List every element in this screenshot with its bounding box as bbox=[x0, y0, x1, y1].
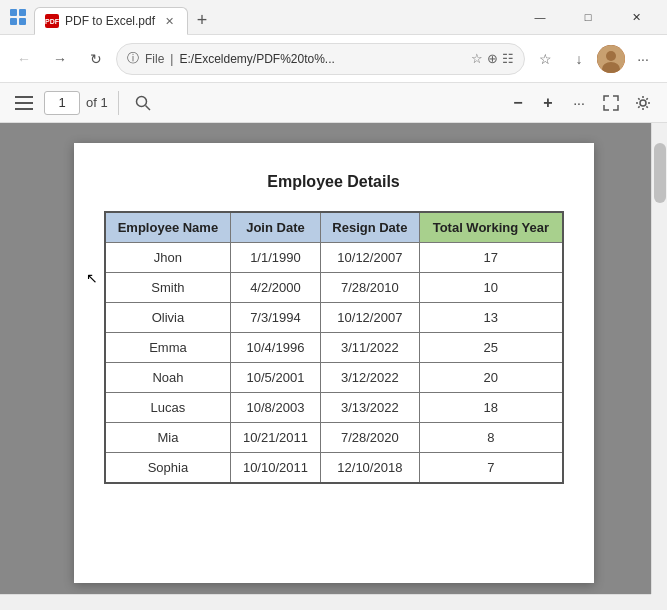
table-cell: 1/1/1990 bbox=[231, 243, 320, 273]
zoom-out-button[interactable]: − bbox=[505, 90, 531, 116]
active-tab[interactable]: PDF PDF to Excel.pdf ✕ bbox=[34, 7, 188, 35]
table-row: Lucas10/8/20033/13/202218 bbox=[105, 393, 563, 423]
more-options-button[interactable]: ··· bbox=[627, 43, 659, 75]
table-cell: 17 bbox=[420, 243, 563, 273]
table-cell: 18 bbox=[420, 393, 563, 423]
close-button[interactable]: ✕ bbox=[613, 0, 659, 35]
search-button[interactable] bbox=[129, 89, 157, 117]
zoom-in-button[interactable]: + bbox=[535, 90, 561, 116]
table-row: Noah10/5/20013/12/202220 bbox=[105, 363, 563, 393]
table-cell: 12/10/2018 bbox=[320, 453, 420, 484]
table-cell: Smith bbox=[105, 273, 231, 303]
toolbar-separator bbox=[118, 91, 119, 115]
horizontal-scrollbar[interactable] bbox=[0, 594, 651, 610]
table-cell: 10/8/2003 bbox=[231, 393, 320, 423]
collection-icon[interactable]: ☷ bbox=[502, 51, 514, 66]
bookmark-icon[interactable]: ⊕ bbox=[487, 51, 498, 66]
tab-label: PDF to Excel.pdf bbox=[65, 14, 155, 28]
table-cell: 3/11/2022 bbox=[320, 333, 420, 363]
table-cell: 3/12/2022 bbox=[320, 363, 420, 393]
table-header-row: Employee Name Join Date Resign Date Tota… bbox=[105, 212, 563, 243]
expand-button[interactable] bbox=[597, 89, 625, 117]
table-row: Jhon1/1/199010/12/200717 bbox=[105, 243, 563, 273]
table-cell: Noah bbox=[105, 363, 231, 393]
star-icon[interactable]: ☆ bbox=[471, 51, 483, 66]
pdf-content-area: Employee Details Employee Name Join Date… bbox=[0, 123, 667, 594]
more-button[interactable]: ··· bbox=[565, 89, 593, 117]
scroll-corner bbox=[651, 594, 667, 610]
table-cell: 10/12/2007 bbox=[320, 303, 420, 333]
table-cell: 13 bbox=[420, 303, 563, 333]
tab-close-button[interactable]: ✕ bbox=[161, 13, 177, 29]
sidebar-toggle-button[interactable] bbox=[10, 89, 38, 117]
svg-rect-2 bbox=[10, 18, 17, 25]
profile-button[interactable] bbox=[597, 45, 625, 73]
table-cell: 20 bbox=[420, 363, 563, 393]
svg-rect-0 bbox=[10, 9, 17, 16]
svg-rect-3 bbox=[19, 18, 26, 25]
table-row: Sophia10/10/201112/10/20187 bbox=[105, 453, 563, 484]
table-cell: Olivia bbox=[105, 303, 231, 333]
back-button[interactable]: ← bbox=[8, 43, 40, 75]
table-cell: 7 bbox=[420, 453, 563, 484]
svg-rect-1 bbox=[19, 9, 26, 16]
table-row: Olivia7/3/199410/12/200713 bbox=[105, 303, 563, 333]
table-cell: 10/5/2001 bbox=[231, 363, 320, 393]
settings-button[interactable] bbox=[629, 89, 657, 117]
address-bar[interactable]: ⓘ File | E:/Exceldemy/PDF%20to%... ☆ ⊕ ☷ bbox=[116, 43, 525, 75]
table-cell: 8 bbox=[420, 423, 563, 453]
svg-rect-9 bbox=[15, 108, 33, 110]
pdf-toolbar: of 1 − + ··· bbox=[0, 83, 667, 123]
browser-icon bbox=[8, 7, 28, 27]
table-cell: 7/28/2010 bbox=[320, 273, 420, 303]
lock-icon: ⓘ bbox=[127, 50, 139, 67]
table-row: Mia10/21/20117/28/20208 bbox=[105, 423, 563, 453]
maximize-button[interactable]: □ bbox=[565, 0, 611, 35]
table-cell: 10/12/2007 bbox=[320, 243, 420, 273]
table-cell: Lucas bbox=[105, 393, 231, 423]
header-join-date: Join Date bbox=[231, 212, 320, 243]
address-text: E:/Exceldemy/PDF%20to%... bbox=[179, 52, 465, 66]
page-total-label: of 1 bbox=[86, 95, 108, 110]
address-separator: | bbox=[170, 52, 173, 66]
svg-point-5 bbox=[606, 51, 616, 61]
title-bar: PDF PDF to Excel.pdf ✕ + — □ ✕ bbox=[0, 0, 667, 35]
employee-table: Employee Name Join Date Resign Date Tota… bbox=[104, 211, 564, 484]
page-number-input[interactable] bbox=[44, 91, 80, 115]
navigation-bar: ← → ↻ ⓘ File | E:/Exceldemy/PDF%20to%...… bbox=[0, 35, 667, 83]
table-row: Emma10/4/19963/11/202225 bbox=[105, 333, 563, 363]
table-cell: 7/3/1994 bbox=[231, 303, 320, 333]
tab-area: PDF PDF to Excel.pdf ✕ + bbox=[34, 0, 513, 34]
minimize-button[interactable]: — bbox=[517, 0, 563, 35]
scrollbar-thumb[interactable] bbox=[654, 143, 666, 203]
table-cell: Jhon bbox=[105, 243, 231, 273]
header-total-working: Total Working Year bbox=[420, 212, 563, 243]
pdf-page: Employee Details Employee Name Join Date… bbox=[74, 143, 594, 583]
header-resign-date: Resign Date bbox=[320, 212, 420, 243]
table-cell: Emma bbox=[105, 333, 231, 363]
browser-toolbar: ☆ ↓ ··· bbox=[529, 43, 659, 75]
new-tab-button[interactable]: + bbox=[188, 6, 216, 34]
table-cell: Sophia bbox=[105, 453, 231, 484]
window-controls: — □ ✕ bbox=[517, 0, 659, 35]
svg-point-12 bbox=[640, 100, 646, 106]
favorites-button[interactable]: ☆ bbox=[529, 43, 561, 75]
vertical-scrollbar[interactable] bbox=[651, 123, 667, 594]
table-cell: 10/21/2011 bbox=[231, 423, 320, 453]
table-cell: 25 bbox=[420, 333, 563, 363]
table-cell: Mia bbox=[105, 423, 231, 453]
table-cell: 3/13/2022 bbox=[320, 393, 420, 423]
table-row: Smith4/2/20007/28/201010 bbox=[105, 273, 563, 303]
table-cell: 7/28/2020 bbox=[320, 423, 420, 453]
table-cell: 10 bbox=[420, 273, 563, 303]
svg-line-11 bbox=[145, 105, 150, 110]
downloads-button[interactable]: ↓ bbox=[563, 43, 595, 75]
refresh-button[interactable]: ↻ bbox=[80, 43, 112, 75]
header-employee-name: Employee Name bbox=[105, 212, 231, 243]
svg-rect-7 bbox=[15, 96, 33, 98]
forward-button[interactable]: → bbox=[44, 43, 76, 75]
svg-rect-8 bbox=[15, 102, 33, 104]
file-label: File bbox=[145, 52, 164, 66]
svg-point-10 bbox=[136, 96, 146, 106]
zoom-controls: − + ··· bbox=[505, 89, 657, 117]
